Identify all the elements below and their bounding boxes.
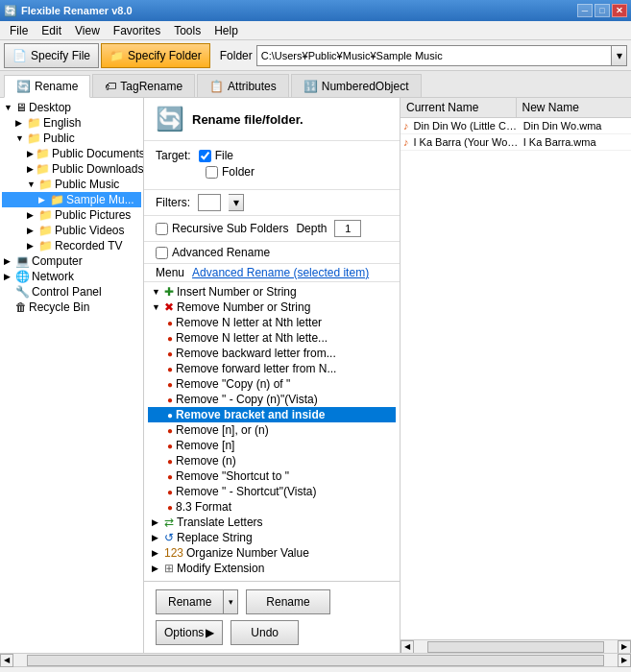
file-checkbox[interactable] [199, 150, 211, 162]
menu-item-remove-backward[interactable]: ● Remove backward letter from... [148, 346, 396, 361]
filter-input[interactable] [198, 194, 221, 211]
file-checkbox-label[interactable]: File [199, 149, 233, 162]
options-button[interactable]: Options ▶ [156, 620, 223, 645]
expand-sample-music[interactable]: ▶ [38, 195, 48, 204]
expand-translate[interactable]: ▶ [152, 517, 161, 527]
scroll-right-arrow[interactable]: ▶ [618, 640, 631, 654]
expand-recorded-tv[interactable]: ▶ [27, 241, 36, 251]
expand-public-pics[interactable]: ▶ [27, 210, 36, 220]
menu-item-remove-bracket[interactable]: ● Remove bracket and inside [148, 407, 396, 422]
folder-dropdown-button[interactable]: ▾ [612, 45, 627, 66]
bullet-icon-11: ● [167, 471, 173, 482]
scroll-left-arrow[interactable]: ◀ [400, 640, 414, 654]
computer-icon: 💻 [15, 254, 30, 268]
tree-item-public[interactable]: ▼ 📁 Public [2, 131, 141, 146]
tabbar: 🔄 Rename 🏷 TagRename 📋 Attributes 🔢 Numb… [0, 71, 631, 98]
specify-file-button[interactable]: 📄 Specify File [4, 43, 99, 68]
bottom-scroll-main: ◀ ▶ [0, 653, 631, 666]
expand-public-docs[interactable]: ▶ [27, 149, 34, 158]
file-row-1[interactable]: ♪ Din Din Wo (Little Child).wma Din Din … [400, 118, 631, 134]
tree-item-public-downloads[interactable]: ▶ 📁 Public Downloads [2, 161, 141, 177]
titlebar-left: 🔄 Flexible Renamer v8.0 [4, 5, 133, 17]
expand-organize[interactable]: ▶ [152, 548, 161, 558]
menu-item-modify-ext[interactable]: ▶ ⊞ Modify Extension [148, 561, 396, 576]
menu-item-83-format[interactable]: ● 8.3 Format [148, 499, 396, 515]
expand-computer[interactable]: ▶ [4, 256, 13, 266]
tree-item-public-documents[interactable]: ▶ 📁 Public Documents [2, 146, 141, 161]
menu-item-remove-shortcut[interactable]: ● Remove "Shortcut to " [148, 468, 396, 484]
menu-view[interactable]: View [69, 23, 106, 38]
tab-attributes[interactable]: 📋 Attributes [197, 74, 289, 97]
menu-item-organize[interactable]: ▶ 123 Organize Number Value [148, 545, 396, 561]
filter-dropdown-button[interactable]: ▾ [229, 194, 244, 211]
main-h-scrollbar[interactable] [27, 655, 604, 666]
folder-checkbox-label[interactable]: Folder [206, 165, 255, 179]
tree-item-public-pictures[interactable]: ▶ 📁 Public Pictures [2, 207, 141, 223]
tab-rename[interactable]: 🔄 Rename [4, 75, 90, 98]
expand-modify-ext[interactable]: ▶ [152, 564, 161, 573]
file-row-2[interactable]: ♪ I Ka Barra (Your Work).wma I Ka Barra.… [400, 134, 631, 151]
tree-item-network[interactable]: ▶ 🌐 Network [2, 269, 141, 284]
minimize-button[interactable]: ─ [577, 4, 593, 17]
expand-replace[interactable]: ▶ [152, 533, 161, 542]
menu-item-translate[interactable]: ▶ ⇄ Translate Letters [148, 515, 396, 530]
folder-path-input[interactable] [256, 45, 612, 66]
menu-favorites[interactable]: Favorites [108, 23, 166, 38]
tree-item-recorded-tv[interactable]: ▶ 📁 Recorded TV [2, 238, 141, 253]
menu-item-remove-copy[interactable]: ● Remove "Copy (n) of " [148, 376, 396, 392]
expand-english[interactable]: ▶ [15, 118, 25, 128]
tree-item-recycle-bin[interactable]: 🗑 Recycle Bin [2, 300, 141, 315]
menu-file[interactable]: File [4, 23, 34, 38]
expand-remove[interactable]: ▼ [152, 302, 161, 312]
tree-item-public-music[interactable]: ▼ 📁 Public Music [2, 177, 141, 192]
menu-help[interactable]: Help [208, 23, 244, 38]
expand-public-videos[interactable]: ▶ [27, 226, 36, 235]
menu-item-remove-shortcut-vista[interactable]: ● Remove " - Shortcut"(Vista) [148, 484, 396, 499]
menu-item-insert-number[interactable]: ▼ ✚ Insert Number or String [148, 284, 396, 300]
recursive-checkbox[interactable] [156, 223, 168, 235]
tree-item-control-panel[interactable]: 🔧 Control Panel [2, 284, 141, 300]
expand-public-dl[interactable]: ▶ [27, 164, 34, 174]
menu-item-remove-forward[interactable]: ● Remove forward letter from N... [148, 361, 396, 376]
expand-desktop[interactable]: ▼ [4, 103, 13, 112]
menu-item-remove-n-or-n[interactable]: ● Remove [n], or (n) [148, 422, 396, 438]
menu-label-remove-bracket: Remove bracket and inside [176, 408, 325, 421]
advanced-checkbox[interactable] [156, 247, 168, 259]
left-scroll-right[interactable]: ▶ [618, 654, 631, 667]
tree-item-sample-music[interactable]: ▶ 📁 Sample Mu... [2, 192, 141, 207]
menu-item-remove-n-paren[interactable]: ● Remove (n) [148, 453, 396, 468]
menu-item-remove-n-bracket[interactable]: ● Remove [n] [148, 438, 396, 453]
menu-edit[interactable]: Edit [36, 23, 67, 38]
left-scroll-left[interactable]: ◀ [0, 654, 13, 667]
horizontal-scrollbar[interactable] [427, 641, 604, 653]
depth-input[interactable] [334, 220, 361, 237]
expand-public-music[interactable]: ▼ [27, 180, 36, 189]
menu-item-replace[interactable]: ▶ ↺ Replace String [148, 530, 396, 545]
advanced-checkbox-label[interactable]: Advanced Rename [156, 246, 270, 259]
rename-execute-button[interactable]: Rename [246, 589, 329, 614]
menu-item-remove-n-nth[interactable]: ● Remove N letter at Nth letter [148, 315, 396, 330]
rename-dropdown-button[interactable]: Rename [156, 589, 223, 614]
expand-public[interactable]: ▼ [15, 133, 25, 143]
close-button[interactable]: ✕ [612, 4, 627, 17]
tab-numberedobject[interactable]: 🔢 NumberedObject [291, 74, 422, 97]
menu-row: Menu Advanced Rename (selected item) [144, 264, 400, 282]
expand-insert[interactable]: ▼ [152, 287, 161, 297]
expand-network[interactable]: ▶ [4, 272, 13, 281]
tree-item-english[interactable]: ▶ 📁 English [2, 115, 141, 131]
tree-item-desktop[interactable]: ▼ 🖥 Desktop [2, 100, 141, 115]
menu-item-remove-copy-vista[interactable]: ● Remove " - Copy (n)"(Vista) [148, 392, 396, 407]
folder-checkbox[interactable] [206, 166, 218, 179]
tree-item-public-videos[interactable]: ▶ 📁 Public Videos [2, 223, 141, 238]
rename-dropdown-arrow[interactable]: ▾ [223, 589, 238, 614]
maximize-button[interactable]: □ [595, 4, 610, 17]
menu-item-remove-number[interactable]: ▼ ✖ Remove Number or String [148, 300, 396, 315]
menu-tools[interactable]: Tools [168, 23, 206, 38]
specify-folder-button[interactable]: 📁 Specify Folder [101, 43, 210, 68]
undo-button[interactable]: Undo [231, 620, 299, 645]
menu-item-remove-n-nth2[interactable]: ● Remove N letter at Nth lette... [148, 330, 396, 346]
recursive-checkbox-label[interactable]: Recursive Sub Folders [156, 222, 288, 235]
tab-tagrename[interactable]: 🏷 TagRename [92, 74, 195, 97]
advanced-rename-link[interactable]: Advanced Rename (selected item) [192, 266, 369, 279]
tree-item-computer[interactable]: ▶ 💻 Computer [2, 253, 141, 269]
